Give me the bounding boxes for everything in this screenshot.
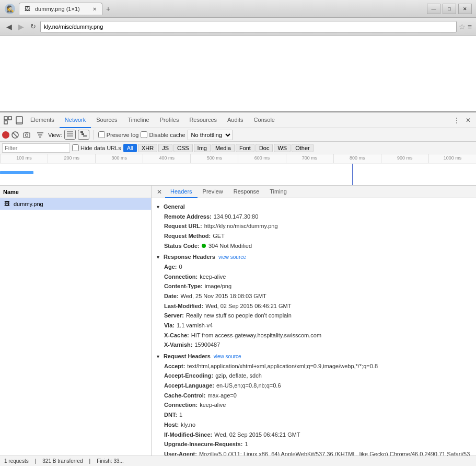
disable-cache-checkbox[interactable] <box>141 131 147 138</box>
response-headers-view-source[interactable]: view source <box>218 253 246 262</box>
filter-type-ws[interactable]: WS <box>274 144 291 152</box>
view-waterfall-button[interactable] <box>78 130 89 140</box>
devtools-tab-profiles[interactable]: Profiles <box>155 112 184 128</box>
tab-close-button[interactable]: ✕ <box>92 6 97 12</box>
clear-button[interactable] <box>11 131 19 139</box>
filter-type-xhr[interactable]: XHR <box>138 144 157 152</box>
devtools-tab-network[interactable]: Network <box>60 112 91 128</box>
svg-point-10 <box>26 134 28 137</box>
request-header-row: Host:kly.no <box>156 420 472 430</box>
view-label: View: <box>48 132 62 138</box>
timeline-mark: 800 ms <box>333 154 381 163</box>
file-icon: 🖼 <box>4 200 11 208</box>
response-header-row: Age:0 <box>156 262 472 272</box>
request-header-row: Upgrade-Insecure-Requests:1 <box>156 439 472 449</box>
filter-type-other[interactable]: Other <box>292 144 314 152</box>
filter-type-media[interactable]: Media <box>212 144 235 152</box>
file-list-item[interactable]: 🖼 dummy.png <box>0 198 151 210</box>
filter-type-font[interactable]: Font <box>236 144 254 152</box>
throttle-select[interactable]: No throttlingGPRSRegular 2GGood 2GRegula… <box>188 130 233 140</box>
devtools-tab-audits[interactable]: Audits <box>222 112 249 128</box>
browser-menu-button[interactable]: ≡ <box>468 22 472 31</box>
filter-bar: Hide data URLs AllXHRJSCSSImgMediaFontDo… <box>0 142 476 154</box>
request-url-row: Request URL: http://kly.no/misc/dummy.pn… <box>156 221 472 231</box>
devtools-tab-bar: ElementsNetworkSourcesTimelineProfilesRe… <box>0 112 476 128</box>
filter-type-img[interactable]: Img <box>194 144 211 152</box>
request-headers-section-header: Request Headers view source <box>156 352 472 361</box>
filter-type-js[interactable]: JS <box>158 144 172 152</box>
tab-favicon: 🖼 <box>25 5 32 13</box>
devtools-tab-sources[interactable]: Sources <box>91 112 122 128</box>
minimize-button[interactable]: — <box>427 4 440 14</box>
devtools-more-button[interactable]: ⋮ <box>451 115 462 126</box>
back-button[interactable]: ◀ <box>4 21 14 32</box>
timeline-mark: 500 ms <box>190 154 238 163</box>
response-header-row: Server:Really new stuff so people don't … <box>156 311 472 321</box>
detail-panel: ✕HeadersPreviewResponseTiming General Re… <box>152 186 476 466</box>
timeline-vline <box>352 164 353 186</box>
filter-input[interactable] <box>2 143 70 153</box>
disable-cache-label[interactable]: Disable cache <box>141 131 185 138</box>
status-indicator <box>202 244 206 248</box>
timeline-mark: 100 ms <box>0 154 48 163</box>
response-headers-rows: Age:0Connection:keep-aliveContent-Type:i… <box>156 262 472 350</box>
remote-address-row: Remote Address: 134.90.147.30:80 <box>156 212 472 222</box>
requests-count: 1 requests <box>4 458 29 464</box>
response-header-row: Last-Modified:Wed, 02 Sep 2015 06:46:21 … <box>156 301 472 311</box>
response-header-row: X-Cache:HIT from access-gateway.hospital… <box>156 331 472 340</box>
inspect-element-button[interactable] <box>2 115 14 126</box>
filter-type-css[interactable]: CSS <box>173 144 193 152</box>
close-button[interactable]: ✕ <box>458 4 472 14</box>
devtools-close-button[interactable]: ✕ <box>462 115 474 126</box>
toolbar-separator <box>94 130 94 140</box>
capture-screenshots-button[interactable] <box>21 129 32 141</box>
hide-data-urls-label[interactable]: Hide data URLs <box>72 144 121 151</box>
filter-type-all[interactable]: All <box>123 144 137 152</box>
address-bar[interactable] <box>40 21 457 32</box>
detail-tab-response[interactable]: Response <box>228 186 265 198</box>
timeline-mark: 900 ms <box>381 154 428 163</box>
detail-tab-preview[interactable]: Preview <box>198 186 228 198</box>
file-list-header: Name <box>0 186 151 198</box>
maximize-button[interactable]: □ <box>443 4 456 14</box>
filter-button[interactable] <box>34 129 46 141</box>
hide-data-urls-checkbox[interactable] <box>72 144 79 151</box>
browser-titlebar: 🕵 🖼 dummy.png (1×1) ✕ + — □ ✕ <box>0 0 476 18</box>
request-header-row: Cache-Control:max-age=0 <box>156 391 472 401</box>
forward-button[interactable]: ▶ <box>16 21 26 32</box>
status-bar: 1 requests | 321 B transferred | Finish:… <box>0 456 476 466</box>
transferred-size: 321 B transferred <box>42 458 83 464</box>
devtools-tabs: ElementsNetworkSourcesTimelineProfilesRe… <box>25 112 280 128</box>
preserve-log-label[interactable]: Preserve log <box>98 131 139 138</box>
timeline-mark: 200 ms <box>48 154 95 163</box>
request-headers-rows: Accept:text/html,application/xhtml+xml,a… <box>156 361 472 466</box>
page-content-area <box>0 36 476 111</box>
request-header-row: DNT:1 <box>156 410 472 420</box>
filter-type-doc[interactable]: Doc <box>256 144 273 152</box>
preserve-log-checkbox[interactable] <box>98 131 105 138</box>
detail-panel-close-button[interactable]: ✕ <box>154 188 165 196</box>
view-list-button[interactable] <box>64 130 76 140</box>
request-headers-view-source[interactable]: view source <box>214 353 241 361</box>
timeline-area: 100 ms200 ms300 ms400 ms500 ms600 ms700 … <box>0 154 476 186</box>
request-header-row: Accept:text/html,application/xhtml+xml,a… <box>156 361 472 371</box>
device-mode-button[interactable] <box>14 115 25 126</box>
devtools-tab-timeline[interactable]: Timeline <box>123 112 155 128</box>
detail-tab-headers[interactable]: Headers <box>165 186 198 198</box>
browser-logo: 🕵 <box>4 3 16 15</box>
record-button[interactable] <box>2 131 9 139</box>
devtools-tab-resources[interactable]: Resources <box>184 112 222 128</box>
devtools-tab-elements[interactable]: Elements <box>25 112 60 128</box>
request-header-row: Accept-Encoding:gzip, deflate, sdch <box>156 371 472 381</box>
bookmark-button[interactable]: ☆ <box>459 22 466 31</box>
reload-button[interactable]: ↻ <box>28 21 38 31</box>
detail-tab-timing[interactable]: Timing <box>264 186 292 198</box>
browser-tab[interactable]: 🖼 dummy.png (1×1) ✕ <box>19 3 102 15</box>
devtools-tab-console[interactable]: Console <box>249 112 280 128</box>
timeline-mark: 400 ms <box>143 154 190 163</box>
response-header-row: Content-Type:image/png <box>156 281 472 291</box>
general-section-header: General <box>156 202 472 212</box>
response-header-row: Connection:keep-alive <box>156 272 472 282</box>
timeline-mark: 1000 ms <box>428 154 476 163</box>
new-tab-button[interactable]: + <box>102 3 114 15</box>
